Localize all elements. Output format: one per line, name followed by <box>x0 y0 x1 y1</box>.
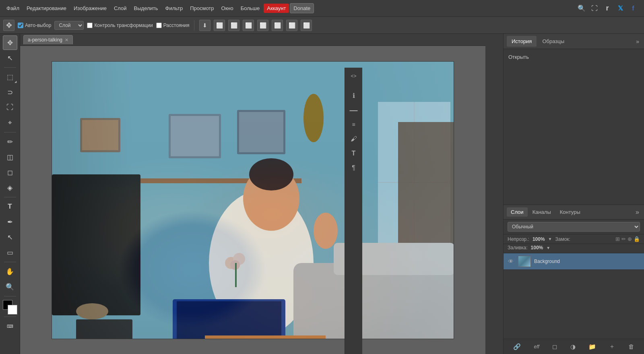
marquee-tool[interactable]: ⬚ ◢ <box>3 70 17 84</box>
keyboard-shortcut-btn[interactable]: ⌨ <box>3 319 17 333</box>
main-area: ✥ ↖ ⬚ ◢ ⊃ ⛶ ⌖ ✏ ◫ ◻ ◈ <box>0 34 644 354</box>
opacity-value[interactable]: 100% <box>533 236 545 242</box>
direct-select-tool[interactable]: ↖ <box>3 230 17 244</box>
paragraph-icon[interactable]: ¶ <box>347 161 361 175</box>
fullscreen-icon[interactable]: ⛶ <box>590 4 599 13</box>
distance-option: Расстояния <box>156 23 190 28</box>
canvas-tab-person-talking[interactable]: a-person-talking ✕ <box>23 35 73 44</box>
blend-mode-row: Обычный <box>504 219 644 234</box>
fill-arrow[interactable]: ▼ <box>546 246 550 250</box>
options-icon[interactable]: ≡ <box>347 118 361 131</box>
eraser-tool[interactable]: ◻ <box>3 165 17 180</box>
menu-edit[interactable]: Редактирование <box>23 4 70 13</box>
artboard-tool[interactable]: ↖ <box>3 51 17 65</box>
move-tool-options[interactable]: ✥ <box>3 20 14 31</box>
lock-paint-icon[interactable]: ✏ <box>621 236 626 242</box>
layer-mask-btn[interactable]: ◻ <box>550 342 559 352</box>
layer-new-btn[interactable]: ＋ <box>607 341 617 352</box>
move-tool[interactable]: ✥ <box>3 35 17 50</box>
zoom-icon: 🔍 <box>6 283 14 291</box>
tab-samples[interactable]: Образцы <box>537 36 569 47</box>
autoselect-checkbox[interactable] <box>18 23 23 28</box>
menu-file[interactable]: Файл <box>3 4 23 13</box>
layer-visibility-eye[interactable]: 👁 <box>507 258 515 265</box>
lasso-tool[interactable]: ⊃ <box>3 85 17 99</box>
menu-bar: Файл Редактирование Изображение Слой Выд… <box>0 0 644 17</box>
canvas-image-container[interactable] <box>20 46 485 354</box>
opacity-arrow[interactable]: ▼ <box>548 237 552 241</box>
heal-icon: ⌖ <box>8 119 12 127</box>
align-top-btn[interactable]: ⬜ <box>257 20 268 31</box>
zoom-tool[interactable]: 🔍 <box>3 279 17 294</box>
toolbar-divider-1 <box>194 20 194 31</box>
layer-fx-btn[interactable]: eff <box>532 342 542 351</box>
menu-image[interactable]: Изображение <box>70 4 110 13</box>
heal-tool[interactable]: ⌖ <box>3 116 17 130</box>
pen-tool[interactable]: ✒ <box>3 215 17 229</box>
menu-filter[interactable]: Фильтр <box>162 4 186 13</box>
tab-layers[interactable]: Слои <box>507 207 528 217</box>
brush-right-icon[interactable]: 🖌 <box>347 132 361 146</box>
brush-tool[interactable]: ✏ <box>3 135 17 149</box>
autoselect-type-select[interactable]: Слой Группа <box>54 21 84 30</box>
info-icon[interactable]: ℹ <box>347 89 361 102</box>
distribute-vert-btn[interactable]: ⬜ <box>286 20 297 31</box>
color-swatches[interactable] <box>3 300 17 315</box>
canvas-image <box>52 61 454 339</box>
distance-checkbox[interactable] <box>156 23 162 28</box>
lock-all-icon[interactable]: 🔒 <box>634 236 640 242</box>
tool-sep-2 <box>4 132 16 132</box>
layer-chain-btn[interactable]: 🔗 <box>511 342 523 352</box>
menu-window[interactable]: Окно <box>218 4 237 13</box>
align-middle-btn[interactable]: ⬜ <box>272 20 283 31</box>
align-bottom-btn[interactable]: ⬜ <box>301 20 312 31</box>
svg-rect-8 <box>239 112 283 152</box>
text-right-icon[interactable]: T <box>347 147 361 160</box>
align-left-btn[interactable]: ⬜ <box>214 20 225 31</box>
menu-view[interactable]: Просмотр <box>187 4 217 13</box>
stamp-tool[interactable]: ◫ <box>3 150 17 164</box>
text-tool[interactable]: T <box>3 199 17 214</box>
layers-panel-menu[interactable]: » <box>634 207 641 217</box>
lock-transparent-icon[interactable]: ⊞ <box>615 236 620 242</box>
tab-close-button[interactable]: ✕ <box>65 37 68 43</box>
gradient-tool[interactable]: ◈ <box>3 180 17 195</box>
crop-tool[interactable]: ⛶ <box>3 100 17 115</box>
layer-name[interactable]: Background <box>534 259 641 264</box>
facebook-icon[interactable]: f <box>629 4 638 13</box>
layer-item-background[interactable]: 👁 Background <box>504 253 644 270</box>
reddit-icon[interactable]: r <box>603 4 612 13</box>
shape-tool[interactable]: ▭ <box>3 245 17 260</box>
svg-point-18 <box>314 213 338 249</box>
menu-more[interactable]: Больше <box>237 4 263 13</box>
tab-channels[interactable]: Каналы <box>528 207 555 217</box>
tool-sep-1 <box>4 67 16 68</box>
align-right-btn[interactable]: ⬜ <box>243 20 254 31</box>
menu-donate[interactable]: Donate <box>290 3 314 13</box>
tab-paths[interactable]: Контуры <box>556 207 584 217</box>
right-panel: История Образцы » Открыть Слои Каналы Ко… <box>503 34 644 354</box>
collapse-right-icon[interactable]: <> <box>347 69 361 83</box>
lock-move-icon[interactable]: ⊕ <box>627 236 632 242</box>
align-center-btn[interactable]: ⬜ <box>228 20 239 31</box>
transform-checkbox[interactable] <box>87 23 93 28</box>
menu-account[interactable]: Аккаунт <box>264 4 289 13</box>
hand-tool[interactable]: ✋ <box>3 264 17 279</box>
layer-group-btn[interactable]: 📁 <box>586 342 599 352</box>
minus-icon[interactable]: — <box>347 103 361 117</box>
pen-icon: ✒ <box>7 218 13 226</box>
blend-mode-select[interactable]: Обычный <box>508 222 640 232</box>
layer-adj-btn[interactable]: ◑ <box>568 342 578 352</box>
distribute-btn[interactable]: ⬇ <box>199 20 211 31</box>
fill-value[interactable]: 100% <box>531 245 543 250</box>
layer-thumbnail <box>518 256 531 267</box>
tab-history[interactable]: История <box>507 36 537 47</box>
layer-delete-btn[interactable]: 🗑 <box>626 342 637 352</box>
history-open-item[interactable]: Открыть <box>508 52 639 62</box>
background-color[interactable] <box>8 305 17 315</box>
search-icon[interactable]: 🔍 <box>577 4 586 13</box>
menu-select[interactable]: Выделить <box>131 4 161 13</box>
menu-layer[interactable]: Слой <box>111 4 130 13</box>
twitter-icon[interactable]: 𝕏 <box>616 4 625 13</box>
panel-menu-icon[interactable]: » <box>634 37 641 46</box>
